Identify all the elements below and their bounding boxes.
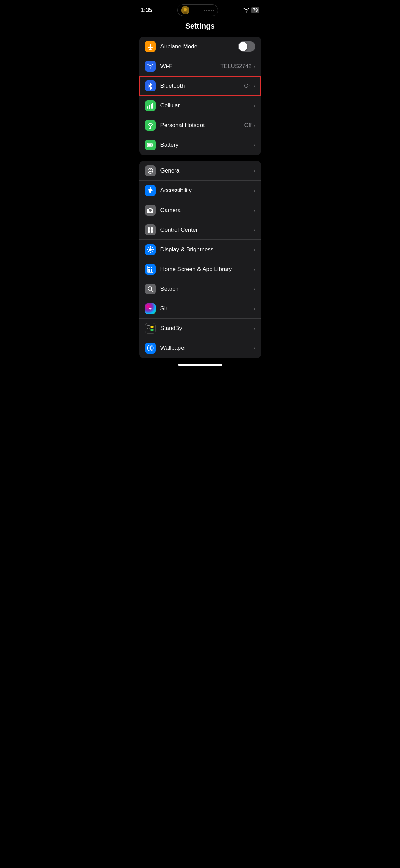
airplane-mode-icon xyxy=(145,41,156,52)
settings-row-camera[interactable]: Camera › xyxy=(139,200,261,220)
general-chevron: › xyxy=(254,168,255,174)
dynamic-island-dots xyxy=(204,10,214,11)
svg-rect-3 xyxy=(147,106,148,109)
wifi-row-icon xyxy=(145,61,156,72)
search-row-icon xyxy=(145,284,156,294)
svg-point-19 xyxy=(149,248,152,251)
settings-row-personal-hotspot[interactable]: Personal Hotspot Off › xyxy=(139,115,261,135)
svg-rect-30 xyxy=(151,267,152,268)
svg-rect-32 xyxy=(151,269,152,271)
status-time: 1:35 xyxy=(141,7,152,14)
bluetooth-icon xyxy=(145,80,156,91)
settings-row-accessibility[interactable]: Accessibility › xyxy=(139,181,261,200)
status-right: 73 xyxy=(243,7,259,13)
svg-rect-13 xyxy=(148,144,151,146)
svg-point-2 xyxy=(183,12,187,14)
svg-point-8 xyxy=(150,126,151,127)
battery-row-icon xyxy=(145,140,156,150)
control-center-chevron: › xyxy=(254,227,255,233)
dynamic-island xyxy=(177,4,218,16)
svg-text:12:00: 12:00 xyxy=(147,327,151,329)
siri-chevron: › xyxy=(254,306,255,311)
airplane-mode-label: Airplane Mode xyxy=(160,43,238,50)
airplane-mode-toggle[interactable] xyxy=(238,41,255,52)
wifi-label: Wi-Fi xyxy=(160,63,221,70)
siri-icon xyxy=(145,303,156,314)
svg-rect-12 xyxy=(152,144,153,146)
hotspot-icon xyxy=(145,120,156,131)
accessibility-icon xyxy=(145,185,156,196)
wallpaper-chevron: › xyxy=(254,345,255,351)
settings-row-cellular[interactable]: Cellular › xyxy=(139,96,261,115)
settings-row-battery[interactable]: Battery › xyxy=(139,135,261,155)
svg-line-51 xyxy=(149,349,149,349)
wifi-chevron: › xyxy=(254,64,255,69)
wallpaper-label: Wallpaper xyxy=(160,345,254,351)
cellular-icon xyxy=(145,100,156,111)
svg-rect-6 xyxy=(152,103,153,109)
svg-rect-33 xyxy=(148,271,150,272)
settings-row-standby[interactable]: 12:00 StandBy › xyxy=(139,319,261,338)
page-header: Settings xyxy=(134,18,266,37)
settings-row-wallpaper[interactable]: Wallpaper › xyxy=(139,338,261,358)
bluetooth-value: On xyxy=(244,83,252,89)
control-center-icon xyxy=(145,224,156,235)
battery-label: Battery xyxy=(160,142,254,148)
cellular-label: Cellular xyxy=(160,102,254,109)
general-label: General xyxy=(160,167,254,174)
svg-line-26 xyxy=(152,247,152,248)
settings-row-search[interactable]: Search › xyxy=(139,279,261,299)
page-title: Settings xyxy=(141,22,260,31)
home-indicator xyxy=(178,364,222,366)
general-icon xyxy=(145,165,156,176)
settings-group-network: Airplane Mode Wi-Fi TELUS2742 › Bluetoot… xyxy=(139,37,261,155)
settings-row-airplane-mode[interactable]: Airplane Mode xyxy=(139,37,261,56)
svg-rect-4 xyxy=(149,105,150,109)
svg-rect-31 xyxy=(148,269,150,271)
svg-rect-16 xyxy=(151,227,153,230)
svg-rect-34 xyxy=(151,271,152,272)
settings-row-display-brightness[interactable]: Display & Brightness › xyxy=(139,240,261,259)
standby-chevron: › xyxy=(254,326,255,331)
svg-rect-15 xyxy=(148,227,150,230)
hotspot-value: Off xyxy=(244,122,251,129)
settings-row-general[interactable]: General › xyxy=(139,161,261,181)
battery-chevron: › xyxy=(254,142,255,148)
wifi-icon xyxy=(243,8,249,13)
status-bar: 1:35 73 xyxy=(134,0,266,18)
settings-row-home-screen[interactable]: Home Screen & App Library › xyxy=(139,259,261,279)
wifi-value: TELUS2742 xyxy=(220,63,252,70)
settings-row-wifi[interactable]: Wi-Fi TELUS2742 › xyxy=(139,56,261,76)
settings-row-control-center[interactable]: Control Center › xyxy=(139,220,261,240)
accessibility-label: Accessibility xyxy=(160,187,254,194)
hotspot-label: Personal Hotspot xyxy=(160,122,244,129)
svg-line-24 xyxy=(148,247,148,248)
search-chevron: › xyxy=(254,286,255,292)
standby-label: StandBy xyxy=(160,325,254,332)
cellular-chevron: › xyxy=(254,103,255,108)
control-center-label: Control Center xyxy=(160,227,254,233)
display-brightness-icon xyxy=(145,244,156,255)
settings-group-system: General › Accessibility › Camera › xyxy=(139,161,261,358)
bluetooth-label: Bluetooth xyxy=(160,83,244,89)
bluetooth-chevron: › xyxy=(254,83,255,89)
standby-icon: 12:00 xyxy=(145,323,156,334)
display-brightness-chevron: › xyxy=(254,247,255,252)
display-brightness-label: Display & Brightness xyxy=(160,246,254,253)
svg-point-14 xyxy=(150,187,151,189)
svg-rect-5 xyxy=(151,104,152,109)
svg-line-25 xyxy=(152,251,152,252)
svg-line-48 xyxy=(149,347,149,347)
home-screen-icon xyxy=(145,264,156,275)
camera-row-icon xyxy=(145,205,156,216)
accessibility-chevron: › xyxy=(254,188,255,193)
svg-line-36 xyxy=(151,290,153,292)
svg-rect-18 xyxy=(151,230,153,233)
battery-indicator: 73 xyxy=(251,7,259,13)
svg-rect-29 xyxy=(148,267,150,268)
settings-row-bluetooth[interactable]: Bluetooth On › xyxy=(139,76,261,96)
camera-label: Camera xyxy=(160,207,254,214)
siri-label: Siri xyxy=(160,305,254,312)
hotspot-chevron: › xyxy=(254,123,255,128)
settings-row-siri[interactable]: Siri › xyxy=(139,299,261,319)
